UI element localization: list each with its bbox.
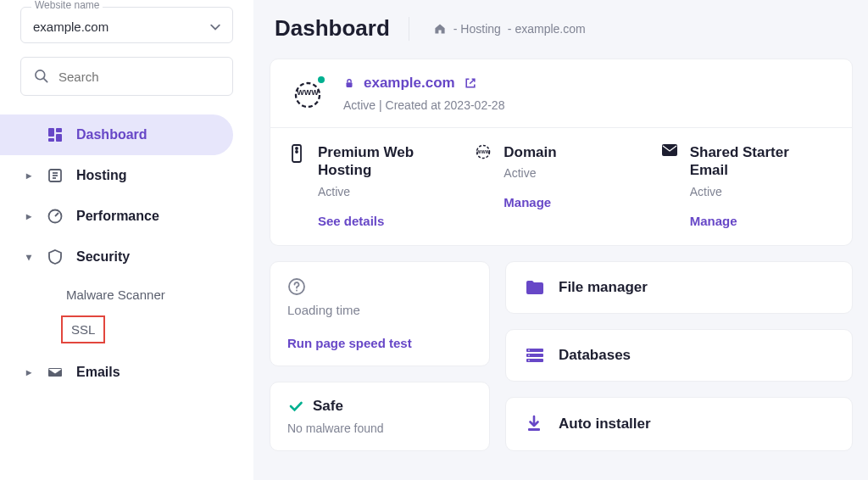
page-title: Dashboard: [275, 15, 390, 42]
tool-databases[interactable]: Databases: [505, 329, 853, 382]
tool-auto-installer[interactable]: Auto installer: [505, 397, 853, 451]
sidebar-nav: Dashboard ▸ Hosting ▸ Performance ▾: [0, 108, 253, 393]
search-input[interactable]: [58, 70, 220, 84]
svg-text:WWW: WWW: [297, 88, 319, 97]
loading-time-label: Loading time: [287, 303, 472, 317]
svg-rect-13: [347, 82, 353, 87]
tile-email-title1: Shared Starter: [690, 143, 789, 161]
svg-rect-4: [56, 134, 62, 142]
svg-rect-3: [56, 128, 62, 132]
safe-sub: No malware found: [287, 421, 472, 435]
tile-email: Shared Starter Email Active Manage: [654, 140, 840, 232]
svg-line-1: [44, 79, 47, 82]
tile-domain-action[interactable]: Manage: [504, 195, 556, 209]
tiles-row: Premium Web Hosting Active See details W…: [270, 128, 853, 246]
page-header: Dashboard - Hosting - example.com: [275, 15, 853, 42]
svg-rect-19: [662, 144, 677, 156]
caret-down-icon: [210, 22, 220, 32]
svg-rect-5: [48, 138, 54, 142]
server-icon: [289, 143, 306, 228]
tile-hosting-status: Active: [318, 185, 414, 198]
tile-domain-title: Domain: [504, 143, 556, 161]
main-content: Dashboard - Hosting - example.com WWW: [254, 0, 868, 480]
nav-hosting[interactable]: ▸ Hosting: [0, 155, 253, 196]
tile-hosting-title2: Hosting: [318, 161, 414, 179]
nav-security-ssl[interactable]: SSL: [61, 315, 105, 343]
website-label: Website name: [31, 0, 103, 11]
lock-icon: [343, 77, 355, 89]
nav-emails[interactable]: ▸ Emails: [0, 352, 253, 393]
svg-rect-27: [528, 354, 530, 355]
gauge-icon: [46, 208, 64, 225]
nav-dashboard[interactable]: Dashboard: [0, 114, 233, 155]
tile-domain-status: Active: [504, 166, 556, 180]
card-loading-time: Loading time Run page speed test: [270, 261, 490, 366]
sidebar: Website name example.com Dashboard: [0, 0, 254, 480]
site-card: WWW example.com Active | Created at 2023…: [270, 59, 853, 128]
tile-hosting-action[interactable]: See details: [318, 214, 414, 228]
svg-point-0: [36, 70, 45, 80]
svg-rect-29: [528, 428, 540, 431]
site-domain-row: example.com: [343, 75, 504, 92]
nav-security[interactable]: ▾ Security: [0, 237, 253, 277]
nav-emails-label: Emails: [76, 365, 120, 380]
check-icon: [287, 398, 304, 415]
tool-auto-installer-label: Auto installer: [559, 416, 651, 433]
tile-hosting-title1: Premium Web: [318, 143, 414, 161]
nav-performance[interactable]: ▸ Performance: [0, 196, 253, 237]
svg-point-16: [296, 151, 298, 153]
svg-point-15: [296, 148, 298, 149]
tile-email-status: Active: [690, 185, 789, 198]
email-icon: [46, 364, 64, 381]
breadcrumb: - Hosting - example.com: [433, 22, 586, 36]
tile-domain: WWW Domain Active Manage: [468, 140, 654, 232]
home-icon[interactable]: [433, 22, 447, 36]
www-icon: WWW: [289, 75, 326, 112]
svg-rect-2: [48, 128, 54, 137]
search-icon: [33, 68, 50, 85]
nav-security-malware[interactable]: Malware Scanner: [0, 277, 253, 312]
chevron-right-icon: ▸: [24, 210, 34, 222]
nav-security-label: Security: [76, 249, 130, 265]
tool-file-manager[interactable]: File manager: [505, 261, 853, 314]
card-safe: Safe No malware found: [270, 382, 490, 451]
divider: [409, 17, 409, 41]
tile-email-title2: Email: [690, 161, 789, 179]
shield-icon: [46, 248, 64, 265]
tile-email-action[interactable]: Manage: [690, 214, 789, 228]
tool-databases-label: Databases: [559, 347, 631, 364]
help-icon: [287, 277, 472, 296]
site-domain[interactable]: example.com: [364, 75, 455, 92]
search-box[interactable]: [20, 57, 233, 96]
website-selector[interactable]: Website name example.com: [20, 7, 233, 43]
hosting-icon: [46, 167, 64, 184]
safe-title: Safe: [313, 398, 343, 415]
email-icon: [661, 143, 678, 228]
svg-rect-26: [528, 349, 530, 350]
chevron-right-icon: ▸: [24, 170, 34, 181]
external-link-icon[interactable]: [464, 76, 477, 90]
run-speed-test[interactable]: Run page speed test: [287, 336, 472, 350]
tool-file-manager-label: File manager: [559, 279, 648, 296]
chevron-down-icon: ▾: [24, 251, 34, 263]
breadcrumb-seg2: - example.com: [508, 22, 586, 36]
website-value: example.com: [33, 20, 108, 34]
svg-point-21: [296, 289, 298, 291]
chevron-right-icon: ▸: [24, 366, 34, 378]
site-status: Active | Created at 2023-02-28: [343, 98, 504, 112]
globe-icon: WWW: [475, 143, 492, 228]
tile-hosting: Premium Web Hosting Active See details: [282, 140, 468, 232]
dashboard-icon: [46, 126, 64, 143]
nav-dashboard-label: Dashboard: [76, 127, 147, 142]
download-icon: [525, 415, 545, 433]
breadcrumb-seg1[interactable]: - Hosting: [453, 22, 501, 36]
nav-hosting-label: Hosting: [76, 168, 127, 183]
database-icon: [525, 347, 545, 364]
svg-text:WWW: WWW: [477, 149, 491, 154]
status-dot-icon: [316, 75, 326, 85]
folder-icon: [525, 279, 545, 296]
svg-rect-28: [528, 360, 530, 360]
nav-performance-label: Performance: [76, 209, 159, 224]
